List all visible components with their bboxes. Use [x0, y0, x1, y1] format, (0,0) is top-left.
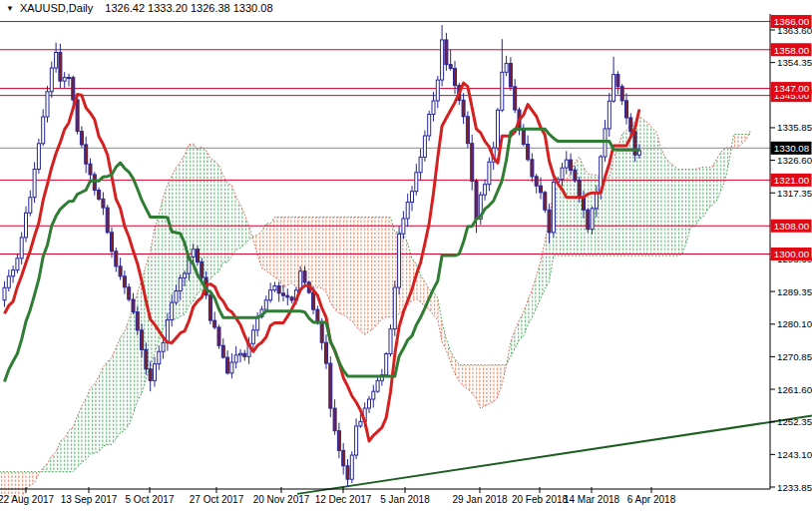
candle-body — [522, 130, 525, 144]
candle-body — [201, 262, 203, 278]
kumo-cloud-segment — [223, 176, 227, 262]
kumo-cloud-segment — [656, 132, 660, 256]
trendline[interactable] — [297, 416, 812, 494]
kumo-cloud-segment — [721, 148, 725, 191]
candle-body — [488, 162, 491, 184]
price-level-badge[interactable]: 1347.00 — [771, 82, 812, 95]
y-tick-label: 1252.35 — [777, 416, 812, 427]
candle-body — [68, 78, 71, 79]
kumo-cloud-segment — [335, 217, 339, 313]
kumo-cloud-segment — [65, 430, 69, 471]
x-tick-label: 20 Nov 2017 — [253, 494, 310, 505]
candle-body — [337, 431, 340, 451]
candle-body — [123, 276, 126, 287]
candle-body — [175, 290, 178, 302]
kumo-cloud-segment — [699, 167, 703, 219]
kumo-cloud-segment — [617, 134, 621, 256]
symbol-period-label: XAUUSD,Daily — [20, 2, 93, 14]
candle-body — [158, 351, 161, 363]
kumo-cloud-segment — [742, 134, 746, 143]
kumo-cloud-segment — [369, 217, 373, 331]
kumo-cloud-segment — [382, 217, 386, 318]
candle-body — [102, 199, 105, 208]
kumo-cloud-segment — [30, 472, 34, 486]
candle-body — [561, 168, 564, 180]
candle-body — [119, 266, 122, 276]
svg-text:1366.00: 1366.00 — [774, 16, 810, 27]
kumo-cloud-segment — [643, 120, 647, 256]
kumo-cloud-segment — [648, 123, 652, 256]
candle-body — [466, 117, 469, 144]
candle-body — [583, 197, 586, 210]
y-tick-label: 1270.85 — [777, 351, 812, 362]
candle-body — [527, 144, 530, 159]
symbol-dropdown-icon[interactable]: ▼ — [6, 3, 14, 14]
candle-body — [3, 287, 6, 299]
candle-body — [273, 285, 276, 289]
svg-text:1321.00: 1321.00 — [774, 175, 810, 186]
candle-body — [179, 278, 182, 291]
candle-body — [76, 100, 79, 132]
candle-body — [436, 80, 439, 101]
price-level-badge[interactable]: 1300.00 — [771, 248, 812, 260]
kumo-cloud-segment — [185, 145, 189, 315]
kumo-cloud-segment — [378, 217, 382, 323]
kumo-cloud-segment — [373, 217, 377, 328]
candle-body — [484, 185, 487, 196]
kumo-cloud-segment — [609, 159, 613, 256]
kumo-cloud-segment — [322, 217, 326, 291]
candle-body — [449, 65, 452, 69]
kumo-cloud-segment — [421, 274, 425, 305]
kumo-cloud-segment — [86, 388, 90, 459]
candle-body — [221, 345, 224, 357]
candle-body — [12, 270, 15, 276]
candle-body — [620, 87, 623, 101]
x-tick-label: 22 Aug 2017 — [0, 494, 55, 505]
candle-body — [303, 271, 306, 282]
kumo-cloud-segment — [485, 365, 489, 406]
candle-body — [277, 285, 280, 292]
kumo-cloud-segment — [446, 339, 450, 362]
kumo-cloud-segment — [665, 157, 669, 256]
price-level-badge[interactable]: 1308.00 — [771, 220, 812, 233]
price-level-badge[interactable]: 1366.00 — [771, 15, 812, 28]
candle-body — [286, 295, 289, 297]
candle-body — [629, 118, 632, 132]
y-tick-label: 1317.35 — [777, 188, 812, 199]
candle-body — [350, 455, 353, 479]
kumo-cloud-segment — [708, 167, 712, 209]
candle-body — [423, 136, 426, 157]
kumo-cloud-segment — [0, 472, 4, 512]
candle-body — [37, 144, 40, 170]
kumo-cloud-segment — [206, 151, 210, 284]
price-level-badge[interactable]: 1358.00 — [771, 43, 812, 56]
candle-body — [505, 64, 508, 73]
candle-body — [149, 369, 152, 381]
candle-body — [616, 75, 619, 87]
price-level-badge[interactable]: 1321.00 — [771, 174, 812, 187]
candle-body — [171, 302, 174, 319]
candle-body — [419, 157, 422, 172]
candle-body — [411, 192, 414, 203]
x-tick-label: 6 Apr 2018 — [627, 494, 676, 505]
kumo-cloud-segment — [520, 312, 524, 339]
candle-body — [264, 300, 267, 309]
candle-body — [55, 52, 58, 68]
kumo-cloud-segment — [348, 217, 352, 320]
current-price-badge[interactable]: 1330.08 — [771, 142, 812, 155]
svg-text:1308.00: 1308.00 — [774, 221, 810, 232]
x-tick-label: 27 Oct 2017 — [190, 494, 244, 505]
y-tick-label: 1233.85 — [777, 482, 812, 493]
kumo-cloud-segment — [339, 217, 343, 314]
kumo-cloud-segment — [356, 217, 360, 331]
candle-body — [372, 391, 375, 399]
candle-body — [42, 117, 45, 144]
kumo-cloud-segment — [103, 362, 107, 446]
kumo-cloud-segment — [125, 320, 129, 431]
price-chart[interactable]: 1363.601354.351335.851326.601317.351298.… — [0, 0, 812, 513]
y-tick-label: 1289.35 — [777, 286, 812, 297]
candle-body — [226, 357, 229, 373]
y-tick-label: 1335.85 — [777, 122, 812, 133]
svg-text:1300.00: 1300.00 — [774, 249, 810, 259]
kumo-cloud-segment — [214, 161, 218, 274]
